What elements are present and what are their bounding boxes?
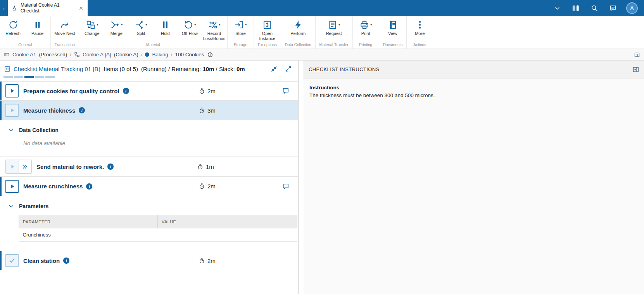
store-button[interactable]: ▾ Store bbox=[228, 17, 253, 36]
item-title: Measure crunchiness i bbox=[23, 183, 194, 190]
barcode-icon[interactable] bbox=[570, 3, 581, 14]
instructions-title: Instructions bbox=[309, 85, 638, 90]
checklist-title-link[interactable]: Checklist Material Tracking 01 [B] bbox=[14, 66, 100, 72]
expand-all-icon[interactable] bbox=[285, 65, 292, 73]
item-controls bbox=[5, 160, 32, 174]
checklist-item-prepare-cookies[interactable]: Prepare cookies for quality control i 2m bbox=[0, 81, 298, 101]
move-next-icon bbox=[60, 19, 70, 31]
request-button[interactable]: ▾ Request bbox=[322, 17, 346, 36]
info-outline-icon[interactable] bbox=[207, 52, 213, 58]
topbar-actions: A bbox=[552, 0, 644, 16]
stopwatch-icon bbox=[199, 257, 205, 264]
caret-down-icon: ▾ bbox=[370, 23, 372, 26]
checklist-item-send-rework[interactable]: Send material to rework. i 1m bbox=[0, 157, 298, 177]
skip-button[interactable] bbox=[19, 160, 31, 173]
note-icon[interactable] bbox=[282, 183, 290, 190]
checklist-item-measure-thickness[interactable]: Measure thickness i 3m bbox=[0, 101, 298, 120]
info-icon[interactable]: i bbox=[79, 107, 85, 113]
change-button[interactable]: ▾ Change bbox=[80, 17, 104, 36]
material-state: (Processed) bbox=[39, 52, 67, 57]
info-icon[interactable]: i bbox=[63, 257, 69, 264]
item-title-text: Send material to rework. bbox=[36, 164, 104, 170]
checklist-item-clean-station[interactable]: Clean station i 2m bbox=[0, 251, 298, 270]
section-label: Data Collection bbox=[19, 127, 59, 133]
info-icon[interactable]: i bbox=[86, 183, 92, 190]
off-flow-button[interactable]: ▾ Off-Flow bbox=[178, 17, 202, 36]
cell-value bbox=[158, 228, 297, 242]
button-label: Record Loss/Bonus bbox=[202, 31, 226, 41]
breadcrumb-flow-link[interactable]: Cookie A [A] bbox=[83, 52, 111, 57]
move-next-button[interactable]: Move-Next bbox=[52, 17, 77, 36]
panel-gutter bbox=[299, 61, 303, 294]
breadcrumb-step-link[interactable]: Baking bbox=[152, 52, 168, 57]
progress-segment bbox=[14, 76, 23, 78]
main-content: Checklist Material Tracking 01 [B] Items… bbox=[0, 61, 644, 294]
button-label: Request bbox=[326, 31, 342, 36]
hold-button[interactable]: Hold bbox=[153, 17, 178, 36]
avatar[interactable]: A bbox=[626, 2, 638, 14]
checklist-item-measure-crunchiness[interactable]: Measure crunchiness i 2m bbox=[0, 177, 298, 196]
ribbon-group-material: ▾ Change ▾ Merge bbox=[79, 16, 228, 49]
breadcrumb-material-link[interactable]: Cookie A1 bbox=[12, 52, 36, 57]
off-flow-icon: ▾ bbox=[183, 19, 196, 31]
item-title-text: Measure crunchiness bbox=[23, 183, 83, 190]
caret-down-icon: ▾ bbox=[219, 23, 220, 26]
ribbon-group-printing: ▾ Print Printing bbox=[353, 16, 379, 49]
chevron-down-icon[interactable] bbox=[552, 3, 563, 14]
checkbox-checked[interactable] bbox=[5, 254, 19, 267]
button-label: Store bbox=[235, 31, 245, 36]
caret-down-icon: ▾ bbox=[194, 23, 196, 26]
item-title-text: Prepare cookies for quality control bbox=[23, 88, 119, 94]
panel-toggle-icon[interactable] bbox=[634, 52, 640, 58]
play-button-disabled[interactable] bbox=[6, 160, 19, 173]
collapse-panel-icon[interactable] bbox=[632, 66, 639, 73]
breadcrumb-separator: / bbox=[141, 52, 143, 57]
pause-button[interactable]: Pause bbox=[25, 17, 50, 36]
search-icon[interactable] bbox=[589, 3, 600, 14]
record-loss-bonus-icon: ▾ bbox=[208, 19, 220, 31]
ribbon-toolbar: Refresh Pause General bbox=[0, 16, 644, 49]
status-running: (Running) / Remaining: bbox=[141, 66, 201, 72]
printer-icon: ▾ bbox=[359, 19, 372, 31]
button-label: Split bbox=[137, 31, 145, 36]
ribbon-group-label: Storage bbox=[228, 42, 253, 49]
button-label: Hold bbox=[161, 31, 170, 36]
more-button[interactable]: More bbox=[407, 17, 432, 36]
chat-icon[interactable] bbox=[608, 3, 618, 14]
info-icon[interactable]: i bbox=[107, 164, 114, 170]
item-title: Clean station i bbox=[23, 257, 194, 264]
note-icon[interactable] bbox=[282, 87, 290, 95]
record-loss-bonus-button[interactable]: ▾ Record Loss/Bonus bbox=[202, 17, 226, 41]
close-icon[interactable]: × bbox=[78, 4, 84, 12]
merge-button[interactable]: ▾ Merge bbox=[104, 17, 129, 36]
play-button[interactable] bbox=[5, 84, 19, 97]
button-label: Perform bbox=[290, 31, 306, 36]
view-button[interactable]: View bbox=[380, 17, 405, 36]
button-label: More bbox=[415, 31, 425, 36]
tabs-scroll-left-icon[interactable]: ‹ bbox=[0, 0, 8, 16]
section-parameters[interactable]: Parameters bbox=[0, 196, 298, 212]
tab-title-line1: Material Cookie A1 bbox=[21, 2, 60, 8]
item-duration: 2m bbox=[199, 257, 216, 264]
table-row[interactable]: Crunchiness bbox=[19, 228, 297, 242]
checklist-items: Prepare cookies for quality control i 2m bbox=[0, 81, 298, 294]
items-summary: Items (0 of 5) bbox=[104, 66, 138, 72]
store-icon: ▾ bbox=[234, 19, 247, 31]
item-duration: 2m bbox=[199, 183, 216, 190]
ribbon-group-label: General bbox=[1, 42, 50, 49]
open-instance-button[interactable]: Open Instance bbox=[255, 17, 280, 41]
play-button[interactable] bbox=[5, 180, 19, 193]
ribbon-group-material-transfer: ▾ Request Material Transfer bbox=[316, 16, 353, 49]
play-button-disabled[interactable] bbox=[5, 104, 19, 117]
perform-button[interactable]: Perform bbox=[286, 17, 310, 36]
collapse-all-icon[interactable] bbox=[270, 65, 278, 73]
print-button[interactable]: ▾ Print bbox=[354, 17, 378, 36]
section-data-collection[interactable]: Data Collection bbox=[0, 120, 298, 136]
split-button[interactable]: ▾ Split bbox=[129, 17, 153, 36]
lightning-icon bbox=[293, 19, 303, 31]
info-icon[interactable]: i bbox=[123, 88, 129, 94]
refresh-button[interactable]: Refresh bbox=[1, 17, 25, 36]
table-header-row: PARAMETER VALUE bbox=[19, 215, 297, 228]
ribbon-group-transaction: Move-Next Transaction bbox=[51, 16, 79, 49]
tab-material-cookie-checklist[interactable]: Material Cookie A1 Checklist × bbox=[8, 0, 88, 16]
